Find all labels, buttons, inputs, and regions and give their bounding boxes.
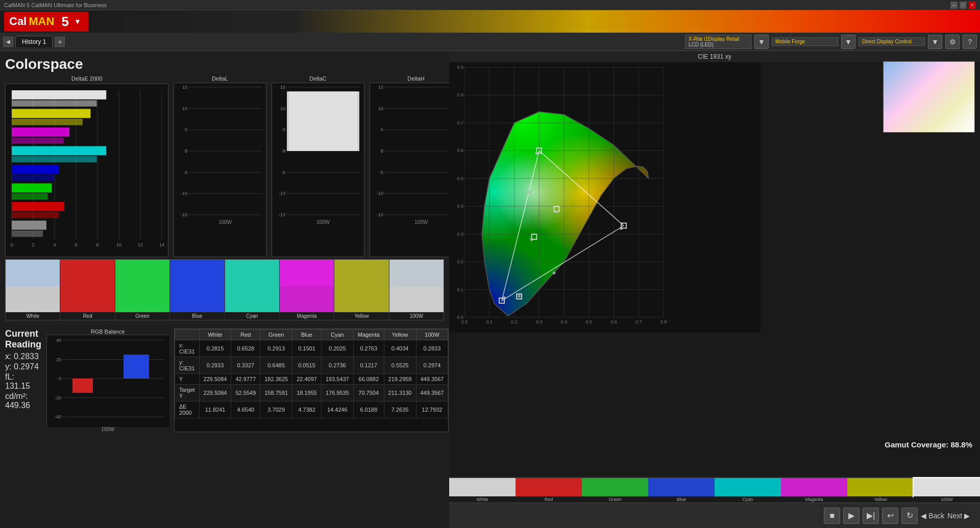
table-cell: 66.0882 [353, 374, 384, 385]
minimize-button[interactable]: ─ [950, 2, 958, 9]
rgb-balance-title: RGB Balance [46, 329, 169, 335]
rew-button[interactable]: ↩ [882, 508, 898, 524]
swatch-blue: Blue [170, 260, 225, 320]
swatch-label-cyan: Cyan [225, 312, 279, 320]
col-header- [175, 330, 200, 340]
swatch-label-100w: 100W [389, 312, 444, 320]
tab-history1[interactable]: History 1 [15, 36, 53, 47]
display-dropdown-button[interactable]: ▼ [928, 35, 942, 49]
table-cell: 219.2959 [384, 374, 416, 385]
swatch-actual-100w [389, 260, 444, 286]
table-cell: 449.3567 [416, 385, 448, 401]
meter-dropdown-button[interactable]: ▼ [754, 35, 769, 49]
table-header-row: WhiteRedGreenBlueCyanMagentaYellow100W [175, 330, 448, 340]
table-row: Y229.508442.9777182.362522.4097193.54376… [175, 374, 448, 385]
swatch-yellow: Yellow [334, 260, 389, 320]
col-header-100w: 100W [416, 330, 448, 340]
col-header-yellow: Yellow [384, 330, 416, 340]
row-label: y: CIE31 [175, 357, 200, 374]
x-value: x: 0.2833 [5, 352, 41, 361]
y-value: y: 0.2974 [5, 362, 41, 371]
tab-add-button[interactable]: + [55, 37, 65, 47]
pattern-name: Mobile Forge [775, 39, 835, 44]
logo-dropdown-button[interactable]: ▼ [72, 16, 83, 27]
color-bar-cyan[interactable]: Cyan [715, 478, 781, 502]
col-header-blue: Blue [292, 330, 322, 340]
logo-text-man: MAN [29, 15, 54, 28]
swatch-target-magenta [280, 286, 334, 313]
delta-c-chart: DeltaC [272, 76, 364, 257]
color-swatch-magenta [781, 478, 847, 496]
color-bar-label-green: Green [582, 496, 648, 502]
tab-prev-button[interactable]: ◀ [3, 37, 13, 47]
swatch-label-white: White [6, 312, 60, 320]
cie-title: CIE 1931 xy [449, 51, 980, 62]
color-swatch-white [449, 478, 516, 496]
deltae-chart: DeltaE 2000 [5, 76, 168, 257]
table-cell: 158.7581 [260, 385, 292, 401]
delta-l-area [174, 83, 266, 257]
settings-button[interactable]: ⚙ [945, 35, 960, 49]
app-logo[interactable]: CalMAN 5 ▼ [4, 12, 88, 32]
swatch-target-red [60, 286, 114, 313]
table-cell: 0.2974 [416, 357, 448, 374]
swatch-label-magenta: Magenta [280, 312, 334, 320]
table-cell: 0.4034 [384, 340, 416, 357]
cie-section: CIE 1931 xy Gamut Coverage: 88.8% [449, 51, 980, 477]
swatch-label-yellow: Yellow [334, 312, 388, 320]
table-cell: 229.5084 [199, 385, 231, 401]
color-bar-label-magenta: Magenta [781, 496, 847, 502]
delta-c-area [272, 83, 364, 257]
title-bar: CalMAN 5 CalMAN Ultimate for Business ─ … [0, 0, 980, 10]
step-fwd-button[interactable]: ▶| [863, 508, 879, 524]
pattern-dropdown-button[interactable]: ▼ [841, 35, 855, 49]
cie-canvas [449, 62, 761, 333]
header-right: X-Rite i1Display Retail LCD (LED) ▼ Mobi… [685, 35, 977, 49]
swatch-actual-cyan [225, 260, 279, 286]
back-label: ◀ Back [921, 512, 944, 520]
color-bar-100w[interactable]: 100W [914, 478, 980, 502]
table-cell: 0.6528 [231, 340, 260, 357]
color-bar-yellow[interactable]: Yellow [847, 478, 914, 502]
col-header-green: Green [260, 330, 292, 340]
maximize-button[interactable]: □ [960, 2, 967, 9]
bottom-color-bar: WhiteRedGreenBlueCyanMagentaYellow100W [449, 477, 980, 502]
table-cell: 0.2763 [353, 340, 384, 357]
color-bar-label-red: Red [516, 496, 582, 502]
color-swatch-red [516, 478, 582, 496]
color-bar-green[interactable]: Green [582, 478, 648, 502]
delta-l-title: DeltaL [174, 76, 266, 82]
table-cell: 182.3625 [260, 374, 292, 385]
color-bar-red[interactable]: Red [516, 478, 582, 502]
table-cell: 14.4246 [321, 401, 353, 418]
col-header-cyan: Cyan [321, 330, 353, 340]
table-cell: 0.2833 [416, 340, 448, 357]
gamut-coverage: Gamut Coverage: 88.8% [885, 440, 972, 449]
table-cell: 22.4097 [292, 374, 322, 385]
delta-h-chart: DeltaH [370, 76, 462, 257]
swatch-label-green: Green [115, 312, 169, 320]
color-bar-white[interactable]: White [449, 478, 516, 502]
table-cell: 229.5084 [199, 374, 231, 385]
table-cell: 0.2913 [260, 340, 292, 357]
next-label: Next ▶ [947, 512, 970, 520]
table-cell: 0.6485 [260, 357, 292, 374]
delta-h-title: DeltaH [370, 76, 462, 82]
main-content: Colorspace DeltaE 2000 DeltaL [0, 51, 980, 528]
close-button[interactable]: ✕ [969, 2, 976, 9]
play-button[interactable]: ▶ [843, 508, 860, 524]
logo-text-cal: Cal [9, 15, 27, 28]
fl-value: fL: 131.15 [5, 372, 41, 391]
color-bar-label-blue: Blue [648, 496, 715, 502]
table-body: x: CIE310.28150.65280.29130.15010.20250.… [175, 340, 448, 418]
color-bar-blue[interactable]: Blue [648, 478, 715, 502]
help-button[interactable]: ? [963, 35, 977, 49]
refresh-button[interactable]: ↻ [901, 508, 918, 524]
row-label: x: CIE31 [175, 340, 200, 357]
swatch-actual-blue [170, 260, 224, 286]
deltae-chart-title: DeltaE 2000 [5, 76, 168, 82]
table-cell: 0.2815 [199, 340, 231, 357]
color-bar-magenta[interactable]: Magenta [781, 478, 847, 502]
stop-button[interactable]: ■ [824, 508, 840, 524]
table-cell: 193.5437 [321, 374, 353, 385]
